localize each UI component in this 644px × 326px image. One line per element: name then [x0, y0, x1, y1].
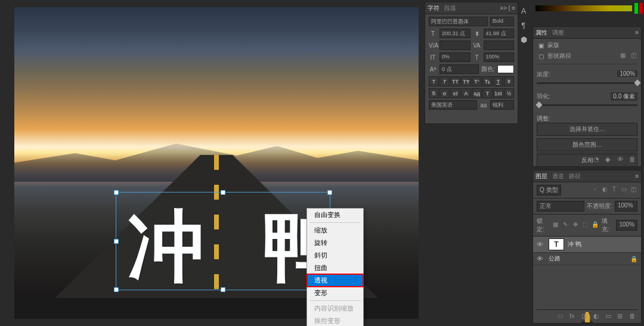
handle-mid-left[interactable] — [114, 239, 119, 244]
handle-top-right[interactable] — [327, 190, 332, 195]
layer-style-icon[interactable]: fx — [569, 312, 578, 321]
baseline-input[interactable]: 0 点 — [439, 64, 479, 74]
filter-image-icon[interactable]: ▫ — [591, 186, 599, 194]
apply-mask-icon[interactable]: ◆ — [605, 156, 614, 164]
layer-name[interactable]: 冲 鸭 — [568, 240, 637, 249]
stylistic-button[interactable]: st — [450, 88, 460, 98]
layer-row-text[interactable]: 👁 T 冲 鸭 — [533, 237, 641, 253]
load-selection-icon[interactable]: ◔ — [593, 156, 602, 164]
fill-input[interactable]: 100% — [616, 220, 637, 231]
transform-selection[interactable] — [116, 192, 330, 290]
feather-value[interactable]: 0.0 像素 — [611, 92, 637, 101]
color-range-button[interactable]: 颜色范围… — [537, 138, 637, 151]
language-dropdown[interactable]: 美国英语 — [429, 100, 477, 110]
tab-layers[interactable]: 图层 — [535, 172, 547, 181]
leading-input[interactable]: 41.98 点 — [484, 29, 515, 38]
menu-scale[interactable]: 缩放 — [307, 224, 363, 237]
lock-pixels-icon[interactable]: ✎ — [562, 221, 569, 229]
tracking-input[interactable] — [484, 41, 515, 50]
ligature-button[interactable]: fi — [429, 88, 439, 98]
color-marker-green[interactable] — [634, 3, 638, 14]
font-size-input[interactable]: 200.31 点 — [439, 29, 470, 38]
underline-button[interactable]: T — [493, 76, 503, 86]
layer-thumbnail[interactable]: T — [549, 238, 564, 250]
layer-name[interactable]: 公路 — [549, 254, 627, 263]
half-button[interactable]: ½ — [504, 88, 514, 98]
oldstyle-button[interactable]: σ — [439, 88, 450, 98]
font-family-dropdown[interactable]: 阿里巴巴普惠体 — [429, 17, 488, 26]
pixel-mask-icon[interactable]: ▦ — [618, 52, 627, 60]
filter-smart-icon[interactable]: ◫ — [629, 186, 637, 194]
smallcaps-button[interactable]: Tᴛ — [461, 76, 471, 86]
ordinal-button[interactable]: aд — [472, 88, 482, 98]
layer-mask-icon[interactable]: ◻ — [581, 312, 590, 321]
kerning-input[interactable] — [439, 41, 470, 50]
color-gradient-bar[interactable] — [535, 5, 632, 11]
3d-dock-icon[interactable]: ⬢ — [519, 35, 528, 45]
hscale-input[interactable]: 100% — [484, 52, 515, 62]
transform-context-menu[interactable]: 自由变换 缩放 旋转 斜切 扭曲 透视 变形 内容识别缩放 操控变形 旋转 18… — [306, 208, 364, 326]
delete-layer-icon[interactable]: 🗑 — [629, 312, 637, 321]
vector-mask-icon[interactable]: ◫ — [629, 52, 637, 60]
tab-channels[interactable]: 通道 — [552, 172, 564, 181]
menu-perspective[interactable]: 透视 — [307, 274, 363, 287]
strikethrough-button[interactable]: T — [504, 76, 514, 86]
lock-transparent-icon[interactable]: ▦ — [552, 221, 559, 229]
density-slider[interactable] — [537, 82, 637, 84]
tab-character[interactable]: 字符 — [428, 4, 439, 13]
layer-row-background[interactable]: 👁 公路 🔒 — [533, 253, 641, 265]
antialias-dropdown[interactable]: 锐利 — [490, 100, 514, 110]
handle-top-left[interactable] — [114, 190, 119, 195]
visibility-icon[interactable]: 👁 — [537, 255, 545, 262]
select-and-mask-button[interactable]: 选择并遮住… — [537, 123, 637, 136]
blend-mode-dropdown[interactable]: 正常 — [537, 201, 584, 212]
text-color-swatch[interactable] — [497, 65, 514, 73]
group-icon[interactable]: ▭ — [605, 312, 614, 321]
visibility-icon[interactable]: 👁 — [537, 241, 545, 248]
lock-icon[interactable]: 🔒 — [630, 256, 637, 262]
opacity-input[interactable]: 100% — [615, 201, 637, 212]
titling-button[interactable]: A — [461, 88, 471, 98]
tab-adjustments[interactable]: 调整 — [552, 29, 564, 37]
color-marker-red[interactable] — [639, 3, 643, 14]
slider-thumb[interactable] — [535, 101, 542, 108]
handle-top-center[interactable] — [221, 190, 225, 195]
bold-button[interactable]: T — [429, 76, 439, 86]
panel-collapse-button[interactable]: >> | ≡ — [500, 5, 515, 11]
new-layer-icon[interactable]: ⊞ — [617, 312, 626, 321]
vscale-input[interactable]: 0% — [439, 52, 470, 62]
menu-rotate[interactable]: 旋转 — [307, 237, 363, 249]
tab-properties[interactable]: 属性 — [535, 29, 547, 37]
lock-position-icon[interactable]: ✥ — [571, 221, 579, 229]
handle-bottom-left[interactable] — [114, 287, 119, 292]
menu-warp[interactable]: 变形 — [307, 287, 363, 299]
superscript-button[interactable]: T¹ — [472, 76, 482, 86]
filter-shape-icon[interactable]: ▭ — [620, 186, 628, 194]
menu-free-transform[interactable]: 自由变换 — [307, 209, 363, 221]
italic-button[interactable]: T — [439, 76, 450, 86]
first-button[interactable]: 1st — [493, 88, 503, 98]
disable-mask-icon[interactable]: 👁 — [617, 156, 626, 164]
panel-menu-icon[interactable]: ≡ — [635, 29, 639, 36]
menu-skew[interactable]: 斜切 — [307, 249, 363, 262]
tab-paragraph[interactable]: 段落 — [444, 4, 456, 13]
paragraph-dock-icon[interactable]: ¶ — [519, 21, 528, 30]
subscript-button[interactable]: T₁ — [482, 76, 493, 86]
menu-distort[interactable]: 扭曲 — [307, 262, 363, 274]
handle-bottom-center[interactable] — [221, 287, 225, 292]
delete-mask-icon[interactable]: 🗑 — [629, 156, 637, 164]
slider-thumb[interactable] — [634, 79, 640, 86]
filter-text-icon[interactable]: T — [610, 186, 618, 194]
filter-adjust-icon[interactable]: ◐ — [600, 186, 609, 194]
tab-paths[interactable]: 路径 — [569, 172, 581, 181]
adjustment-layer-icon[interactable]: ◐ — [593, 312, 602, 321]
allcaps-button[interactable]: TT — [450, 76, 460, 86]
lock-artboard-icon[interactable]: ⬚ — [581, 221, 589, 229]
density-value[interactable]: 100% — [617, 70, 637, 77]
panel-menu-icon[interactable]: ≡ — [635, 173, 639, 179]
filter-type-dropdown[interactable]: Q 类型 — [537, 185, 561, 195]
link-layers-icon[interactable]: ⬭ — [558, 312, 566, 321]
lock-all-icon[interactable]: 🔒 — [592, 221, 599, 229]
feather-slider[interactable] — [537, 104, 637, 106]
character-dock-icon[interactable]: A — [519, 7, 528, 16]
